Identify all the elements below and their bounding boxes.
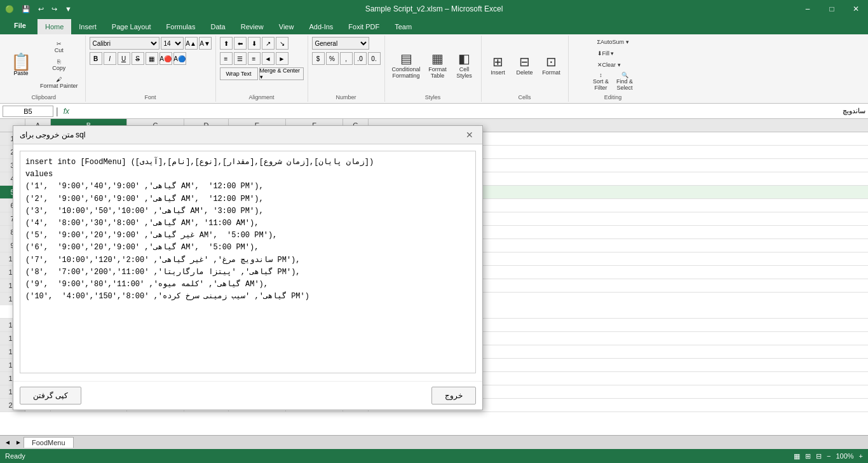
copy-button[interactable]: ⎘ Copy	[37, 57, 81, 73]
page-layout-btn[interactable]: ⊞	[805, 452, 811, 460]
align-middle-btn[interactable]: ⬅	[234, 37, 247, 50]
delete-label: Delete	[517, 69, 533, 76]
tab-addins[interactable]: Add-Ins	[301, 18, 341, 34]
font-size-select[interactable]: 14	[161, 37, 184, 50]
modal-body: insert into [FoodMenu] ([آیدی],[نام],[نو…	[13, 144, 482, 381]
clear-btn[interactable]: ✕ Clear ▾	[594, 60, 632, 70]
page-break-btn[interactable]: ⊟	[816, 452, 822, 460]
format-btn[interactable]: ⊡ Format	[539, 52, 564, 78]
decrease-decimal-btn[interactable]: 0.	[368, 52, 381, 65]
cell-styles-btn[interactable]: ◧ CellStyles	[452, 49, 477, 81]
currency-btn[interactable]: $	[312, 52, 325, 65]
tab-home[interactable]: Home	[37, 18, 71, 34]
find-select-btn[interactable]: 🔍 Find &Select	[613, 70, 636, 93]
tab-foxit[interactable]: Foxit PDF	[341, 18, 387, 34]
format-label: Format	[542, 69, 560, 76]
bold-btn[interactable]: B	[90, 52, 102, 65]
underline-btn[interactable]: U	[118, 52, 130, 65]
percent-btn[interactable]: %	[326, 52, 339, 65]
paste-button[interactable]: 📋 Paste	[6, 52, 36, 78]
align-center-btn[interactable]: ☰	[234, 52, 247, 65]
orientation-btn[interactable]: ↗	[262, 37, 275, 50]
next-sheet-btn[interactable]: ►	[13, 438, 24, 448]
redo-btn[interactable]: ↪	[49, 4, 60, 15]
increase-font-btn[interactable]: A▲	[185, 37, 198, 50]
tab-team[interactable]: Team	[387, 18, 419, 34]
cell-reference-input[interactable]: B5	[3, 106, 53, 117]
align-left-btn[interactable]: ≡	[220, 52, 233, 65]
conditional-formatting-btn[interactable]: ▤ ConditionalFormatting	[389, 49, 424, 81]
strikethrough-btn[interactable]: S	[132, 52, 144, 65]
formula-input[interactable]	[74, 107, 865, 115]
format-painter-icon: 🖌	[56, 76, 62, 83]
tab-data[interactable]: Data	[203, 18, 233, 34]
alignment-group: ⬆ ⬅ ⬇ ↗ ↘ ≡ ☰ ≡ ◄ ► Wrap Text Merge & Ce…	[216, 36, 308, 102]
status-right: ▦ ⊞ ⊟ − 100% +	[794, 452, 863, 460]
customize-btn[interactable]: ▼	[62, 4, 74, 14]
tab-formulas[interactable]: Formulas	[159, 18, 203, 34]
zoom-in-btn[interactable]: +	[859, 452, 863, 460]
decrease-font-btn[interactable]: A▼	[199, 37, 212, 50]
sort-label: Sort &Filter	[593, 78, 609, 91]
border-btn[interactable]: ▦	[146, 52, 158, 65]
italic-btn[interactable]: I	[104, 52, 116, 65]
indent-btn[interactable]: ↘	[276, 37, 288, 50]
zoom-out-btn[interactable]: −	[827, 452, 831, 460]
font-label: Font	[145, 93, 156, 100]
format-table-btn[interactable]: ▦ FormatTable	[425, 49, 451, 81]
minimize-btn[interactable]: –	[796, 0, 820, 18]
tab-file[interactable]: File	[5, 18, 35, 34]
modal-exit-btn[interactable]: خروج	[431, 387, 476, 404]
sort-filter-btn[interactable]: ↕ Sort &Filter	[590, 70, 612, 93]
format-table-icon: ▦	[431, 51, 444, 66]
save-btn[interactable]: 💾	[19, 4, 33, 15]
undo-btn[interactable]: ↩	[36, 4, 46, 15]
tab-insert[interactable]: Insert	[71, 18, 104, 34]
window-controls: – □ ✕	[796, 0, 868, 18]
number-label: Number	[336, 93, 356, 100]
autosum-btn[interactable]: Σ AutoSum ▾	[594, 37, 632, 47]
increase-indent-btn[interactable]: ►	[276, 52, 288, 65]
tab-view[interactable]: View	[271, 18, 302, 34]
cut-button[interactable]: ✂ Cut	[37, 39, 81, 55]
decrease-indent-btn[interactable]: ◄	[262, 52, 275, 65]
align-bottom-btn[interactable]: ⬇	[248, 37, 261, 50]
font-row-1: Calibri 14 A▲ A▼	[90, 37, 212, 50]
modal-close-icon[interactable]: ✕	[463, 130, 476, 140]
copy-label: Copy	[52, 65, 65, 71]
increase-decimal-btn[interactable]: .0	[354, 52, 367, 65]
wrap-text-btn[interactable]: Wrap Text	[220, 67, 258, 80]
fill-color-btn[interactable]: A🔴	[159, 52, 172, 65]
find-label: Find &Select	[616, 78, 633, 91]
font-color-btn[interactable]: A🔵	[173, 52, 186, 65]
close-btn[interactable]: ✕	[844, 0, 868, 18]
maximize-btn[interactable]: □	[820, 0, 844, 18]
number-format-select[interactable]: General	[312, 37, 369, 50]
font-family-select[interactable]: Calibri	[90, 37, 159, 50]
comma-btn[interactable]: ,	[340, 52, 353, 65]
prev-sheet-btn[interactable]: ◄	[3, 438, 13, 448]
tab-page-layout[interactable]: Page Layout	[104, 18, 159, 34]
format-painter-button[interactable]: 🖌 Format Painter	[37, 74, 81, 91]
align-right-btn[interactable]: ≡	[248, 52, 261, 65]
tab-review[interactable]: Review	[233, 18, 271, 34]
insert-label: Insert	[491, 69, 505, 76]
paste-icon: 📋	[11, 53, 31, 70]
sql-textarea[interactable]: insert into [FoodMenu] ([آیدی],[نام],[نو…	[20, 151, 476, 373]
sheet-tab-foodmenu[interactable]: FoodMenu	[24, 437, 74, 448]
delete-btn[interactable]: ⊟ Delete	[512, 52, 538, 78]
modal-copy-btn[interactable]: کپی گرفتن	[20, 387, 81, 404]
autosum-label: AutoSum ▾	[600, 39, 629, 45]
align-top-btn[interactable]: ⬆	[220, 37, 233, 50]
font-row-2: B I U S ▦ A🔴 A🔵	[90, 52, 186, 65]
ready-status: Ready	[5, 452, 25, 460]
sheet-tabs: FoodMenu	[24, 437, 74, 448]
normal-view-btn[interactable]: ▦	[794, 452, 800, 460]
merge-center-btn[interactable]: Merge & Center ▾	[259, 67, 304, 80]
fill-btn[interactable]: ⬇ Fill ▾	[594, 48, 632, 59]
excel-icon: 🟢	[3, 4, 17, 15]
cell-styles-icon: ◧	[458, 51, 470, 66]
sql-modal: ✕ sql متن خروجی برای insert into [FoodMe…	[13, 125, 483, 410]
cells-group: ⊞ Insert ⊟ Delete ⊡ Format Cells	[482, 36, 569, 102]
insert-btn[interactable]: ⊞ Insert	[485, 52, 511, 78]
